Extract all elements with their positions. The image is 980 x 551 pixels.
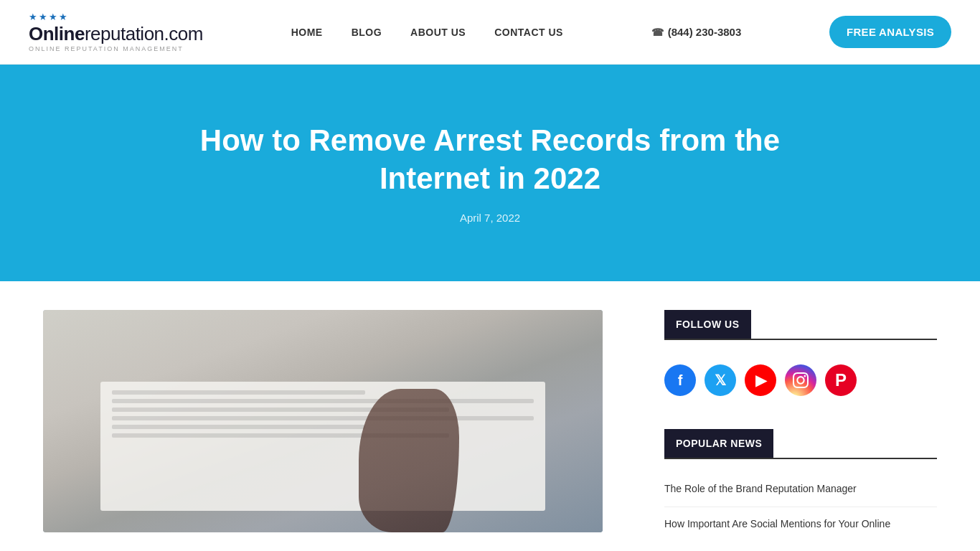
popular-news-section: POPULAR NEWS The Role of the Brand Reput… xyxy=(664,429,937,541)
free-analysis-button[interactable]: FREE ANALYSIS xyxy=(829,16,951,48)
main-nav: HOME BLOG ABOUT US CONTACT US xyxy=(291,27,563,38)
hero-section: How to Remove Arrest Records from the In… xyxy=(0,65,980,281)
popular-news-item-1[interactable]: How Important Are Social Mentions for Yo… xyxy=(664,507,937,542)
popular-news-heading: POPULAR NEWS xyxy=(664,429,773,458)
site-header: ★ ★ ★ ★ Onlinereputation.com ONLINE REPU… xyxy=(0,0,980,65)
nav-home[interactable]: HOME xyxy=(291,27,323,38)
social-instagram-icon[interactable] xyxy=(785,364,816,396)
logo-stars: ★ ★ ★ ★ xyxy=(29,11,203,22)
doc-line-2 xyxy=(112,399,534,403)
phone-text: (844) 230-3803 xyxy=(668,26,742,38)
logo-tagline: ONLINE REPUTATION MANAGEMENT xyxy=(29,45,203,52)
document-simulation xyxy=(100,382,545,511)
popular-news-item-0[interactable]: The Role of the Brand Reputation Manager xyxy=(664,472,937,507)
article-section xyxy=(43,310,636,551)
follow-us-section: FOLLOW US f 𝕏 ▶ P xyxy=(664,310,937,408)
phone-number[interactable]: ☎ (844) 230-3803 xyxy=(651,26,742,38)
doc-line-1 xyxy=(112,390,365,395)
nav-blog[interactable]: BLOG xyxy=(352,27,382,38)
popular-news-divider xyxy=(664,458,937,459)
doc-line-5 xyxy=(112,425,365,429)
doc-line-4 xyxy=(112,416,534,420)
popular-news-list: The Role of the Brand Reputation Manager… xyxy=(664,472,937,541)
nav-contact[interactable]: CONTACT US xyxy=(494,27,563,38)
article-image-inner xyxy=(43,310,603,532)
hand-simulation xyxy=(359,389,459,532)
article-image xyxy=(43,310,603,532)
social-icons: f 𝕏 ▶ P xyxy=(664,353,937,408)
logo[interactable]: ★ ★ ★ ★ Onlinereputation.com ONLINE REPU… xyxy=(29,11,203,53)
follow-us-divider xyxy=(664,339,937,340)
social-facebook-icon[interactable]: f xyxy=(664,364,696,396)
hero-date: April 7, 2022 xyxy=(460,212,520,224)
logo-dotcom: .com xyxy=(164,23,203,44)
logo-text: Onlinereputation.com xyxy=(29,24,203,44)
phone-icon: ☎ xyxy=(651,27,664,38)
logo-reputation: reputation xyxy=(85,23,164,44)
logo-online: Online xyxy=(29,23,85,44)
social-twitter-icon[interactable]: 𝕏 xyxy=(705,364,736,396)
hero-title: How to Remove Arrest Records from the In… xyxy=(182,122,798,197)
main-content: FOLLOW US f 𝕏 ▶ P POPULAR NEWS The Role … xyxy=(0,281,980,551)
sidebar: FOLLOW US f 𝕏 ▶ P POPULAR NEWS The Role … xyxy=(664,310,937,551)
social-pinterest-icon[interactable]: P xyxy=(825,364,857,396)
social-youtube-icon[interactable]: ▶ xyxy=(745,364,776,396)
follow-us-heading: FOLLOW US xyxy=(664,310,751,339)
nav-about[interactable]: ABOUT US xyxy=(410,27,466,38)
